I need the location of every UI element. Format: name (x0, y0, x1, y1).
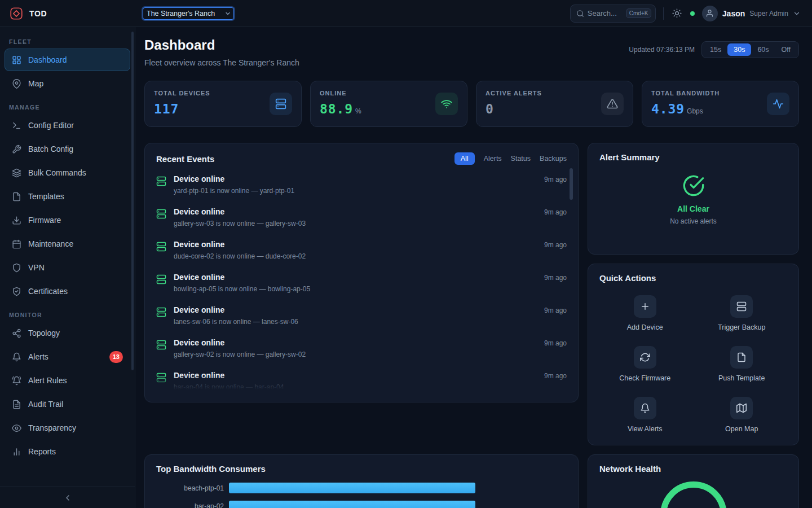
plus-icon (640, 301, 650, 312)
refresh-option-off[interactable]: Off (775, 43, 797, 56)
event-detail: lanes-sw-06 is now online — lanes-sw-06 (174, 318, 298, 326)
quick-action-check-firmware[interactable]: Check Firmware (599, 346, 691, 382)
shield-icon (12, 263, 21, 273)
site-selector[interactable]: The Stranger's Ranch (143, 7, 234, 20)
layers-icon (12, 168, 21, 178)
user-icon (705, 9, 714, 17)
sidebar-item-maintenance[interactable]: Maintenance (5, 233, 130, 255)
wifi-icon (441, 98, 452, 110)
bandwidth-row: beach-ptp-01 (156, 483, 567, 493)
sidebar-item-label: Firmware (28, 216, 61, 225)
alert-summary-title: Alert Summary (599, 152, 787, 162)
event-time: 9m ago (544, 174, 567, 183)
search-icon (576, 10, 584, 17)
sidebar-item-certificates[interactable]: Certificates (5, 280, 130, 303)
event-detail: dude-core-02 is now online — dude-core-0… (174, 252, 306, 260)
sidebar-item-topology[interactable]: Topology (5, 322, 130, 344)
topbar-divider (663, 7, 664, 20)
alert-detail-text: No active alerts (670, 217, 717, 225)
sidebar-item-label: Alert Rules (28, 376, 67, 385)
search-box[interactable]: Cmd+K (570, 5, 656, 23)
main-content: Dashboard Fleet overview across The Stra… (135, 27, 812, 508)
stat-value: 117 (154, 102, 179, 116)
sidebar-item-transparency[interactable]: Transparency (5, 417, 130, 439)
filter-status[interactable]: Status (511, 155, 531, 163)
alert-summary-panel: Alert Summary All Clear No active alerts (588, 143, 799, 255)
check-circle-icon (682, 174, 705, 197)
refresh-icon (640, 352, 650, 362)
quick-actions-title: Quick Actions (599, 273, 787, 283)
quick-action-push-template[interactable]: Push Template (696, 346, 788, 382)
sidebar-item-reports[interactable]: Reports (5, 440, 130, 463)
user-role: Super Admin (749, 10, 788, 17)
refresh-option-60s[interactable]: 60s (751, 43, 775, 56)
sidebar-scrollbar[interactable] (131, 32, 134, 370)
stat-value: 0 (486, 102, 494, 116)
sidebar-item-map[interactable]: Map (5, 72, 130, 95)
server-icon (736, 301, 747, 312)
sidebar-collapse-button[interactable] (63, 493, 72, 502)
sidebar-item-config-editor[interactable]: Config Editor (5, 114, 130, 137)
sidebar-section-manage: MANAGE (9, 104, 126, 111)
theme-toggle-button[interactable] (671, 7, 683, 19)
updated-timestamp: Updated 07:36:13 PM (629, 46, 695, 54)
stat-unit: % (355, 107, 361, 115)
file-text-icon (12, 400, 21, 409)
alert-status-text: All Clear (677, 204, 709, 213)
sidebar-item-label: Alerts (28, 352, 48, 361)
activity-icon (773, 98, 784, 110)
sidebar-item-alerts[interactable]: Alerts 13 (5, 345, 130, 368)
bell-ring-icon (12, 376, 21, 386)
sidebar-item-alert-rules[interactable]: Alert Rules (5, 369, 130, 392)
bell-icon (12, 352, 21, 362)
refresh-option-30s[interactable]: 30s (727, 43, 751, 56)
user-menu[interactable]: Jason Super Admin (702, 6, 801, 21)
sidebar-item-vpn[interactable]: VPN (5, 256, 130, 279)
event-title: Device online (174, 273, 310, 282)
search-input[interactable] (588, 9, 623, 17)
quick-action-trigger-backup[interactable]: Trigger Backup (696, 295, 788, 331)
sidebar-item-audit-trail[interactable]: Audit Trail (5, 393, 130, 415)
sidebar-section-monitor: MONITOR (9, 312, 126, 318)
event-detail: gallery-sw-03 is now online — gallery-sw… (174, 220, 306, 227)
quick-action-add-device[interactable]: Add Device (599, 295, 691, 331)
event-title: Device online (174, 207, 306, 216)
stat-label: TOTAL DEVICES (154, 90, 210, 97)
sidebar-item-bulk-commands[interactable]: Bulk Commands (5, 161, 130, 184)
network-health-panel: Network Health (588, 454, 799, 508)
topology-icon (12, 329, 21, 338)
filter-backups[interactable]: Backups (540, 155, 567, 163)
avatar (702, 6, 718, 21)
event-time: 9m ago (544, 305, 567, 314)
sidebar-item-label: Transparency (28, 423, 76, 432)
sidebar-item-firmware[interactable]: Firmware (5, 209, 130, 231)
calendar-icon (12, 239, 21, 249)
shield-check-icon (12, 287, 21, 296)
chevron-left-icon (63, 493, 72, 502)
page-header: Dashboard Fleet overview across The Stra… (144, 37, 799, 67)
quick-action-label: Push Template (718, 374, 765, 382)
bar-chart-icon (12, 447, 21, 457)
event-row: Device onlinegallery-sw-02 is now online… (156, 332, 567, 365)
events-scrollbar-thumb[interactable] (570, 168, 573, 200)
sidebar-item-label: Maintenance (28, 239, 73, 248)
bandwidth-bar (229, 483, 475, 493)
filter-all[interactable]: All (454, 152, 475, 165)
bandwidth-bar (229, 501, 475, 508)
event-filters: All Alerts Status Backups (454, 152, 567, 165)
page-title: Dashboard (144, 37, 299, 53)
sidebar-item-label: Bulk Commands (28, 168, 86, 177)
quick-action-open-map[interactable]: Open Map (696, 397, 788, 433)
event-row: Device onlinebar-ap-04 is now online — b… (156, 365, 567, 389)
sidebar-item-batch-config[interactable]: Batch Config (5, 138, 130, 160)
stat-card-online: ONLINE 88.9% (310, 81, 467, 127)
sidebar-section-fleet: FLEET (9, 38, 126, 45)
quick-action-view-alerts[interactable]: View Alerts (599, 397, 691, 433)
bandwidth-device-label: bar-ap-02 (156, 502, 224, 508)
sidebar-item-templates[interactable]: Templates (5, 185, 130, 208)
refresh-option-15s[interactable]: 15s (704, 43, 727, 56)
event-detail: bar-ap-04 is now online — bar-ap-04 (174, 383, 284, 389)
sidebar-item-dashboard[interactable]: Dashboard (5, 49, 130, 71)
event-detail: gallery-sw-02 is now online — gallery-sw… (174, 351, 306, 358)
filter-alerts[interactable]: Alerts (484, 155, 502, 163)
